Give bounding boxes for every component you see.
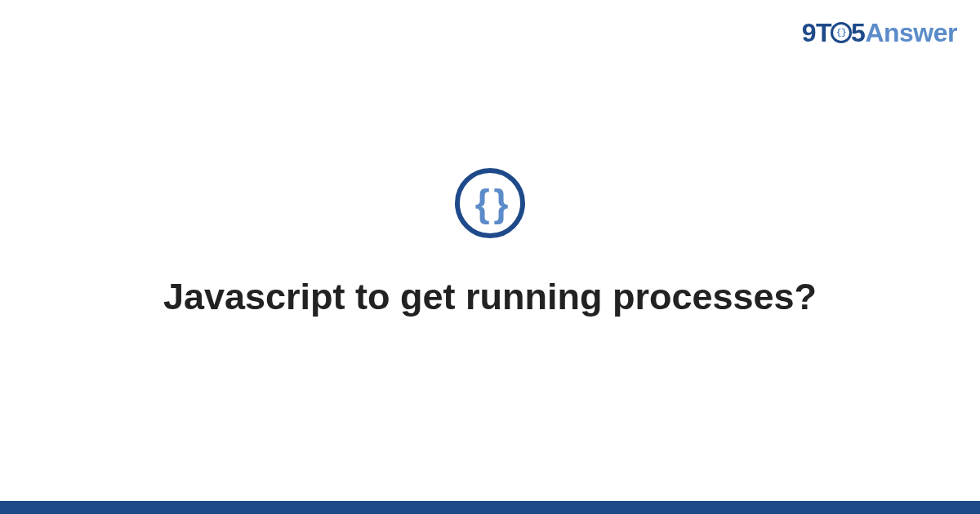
main-content: { } Javascript to get running processes? [0,0,980,514]
category-icon: { } [455,168,525,238]
footer-bar [0,501,980,514]
code-braces-icon: { } [475,184,506,222]
question-title: Javascript to get running processes? [163,273,817,322]
